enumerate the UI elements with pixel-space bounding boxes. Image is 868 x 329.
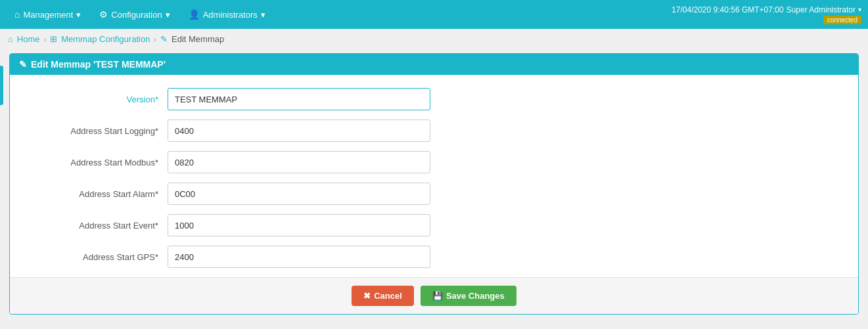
edit-icon: ✎ bbox=[160, 34, 168, 44]
breadcrumb-sep-1: › bbox=[44, 35, 47, 43]
form-row-addr-modbus: Address Start Modbus* bbox=[23, 151, 845, 173]
chevron-down-icon: ▾ bbox=[166, 10, 170, 20]
save-button[interactable]: 💾 Save Changes bbox=[421, 286, 516, 306]
user-info: 17/04/2020 9:40:56 GMT+07:00 Super Admin… bbox=[672, 5, 861, 14]
version-input[interactable] bbox=[168, 88, 430, 110]
connected-badge: connected bbox=[823, 16, 861, 24]
home-icon: ⌂ bbox=[8, 34, 13, 44]
addr-gps-input[interactable] bbox=[168, 246, 430, 268]
cancel-button[interactable]: ✖ Cancel bbox=[352, 286, 414, 306]
edit-icon: ✎ bbox=[19, 59, 27, 70]
card-header: ✎ Edit Memmap 'TEST MEMMAP' bbox=[10, 54, 858, 75]
breadcrumb-memmap-config[interactable]: Memmap Configuration bbox=[61, 34, 150, 44]
addr-event-label: Address Start Event* bbox=[23, 221, 168, 230]
addr-alarm-label: Address Start Alarm* bbox=[23, 189, 168, 199]
addr-gps-label: Address Start GPS* bbox=[23, 252, 168, 262]
nav-configuration[interactable]: ⚙ Configuration ▾ bbox=[91, 5, 177, 24]
form-row-addr-gps: Address Start GPS* bbox=[23, 246, 845, 268]
addr-event-input[interactable] bbox=[168, 214, 430, 236]
addr-modbus-input[interactable] bbox=[168, 151, 430, 173]
breadcrumb-sep-2: › bbox=[154, 35, 156, 43]
nav-management[interactable]: ⌂ Management ▾ bbox=[7, 5, 89, 24]
home-icon: ⌂ bbox=[14, 9, 20, 20]
breadcrumb: ⌂ Home › ⊞ Memmap Configuration › ✎ Edit… bbox=[0, 29, 868, 49]
main-card: ✎ Edit Memmap 'TEST MEMMAP' Version* Add… bbox=[9, 53, 859, 315]
datetime: 17/04/2020 9:40:56 GMT+07:00 bbox=[672, 5, 783, 14]
config-icon: ⚙ bbox=[99, 9, 108, 20]
breadcrumb-home[interactable]: Home bbox=[17, 34, 40, 44]
navbar: ⌂ Management ▾ ⚙ Configuration ▾ 👤 Admin… bbox=[0, 0, 868, 29]
addr-modbus-label: Address Start Modbus* bbox=[23, 158, 168, 167]
navbar-right: 17/04/2020 9:40:56 GMT+07:00 Super Admin… bbox=[672, 5, 861, 24]
form-row-addr-event: Address Start Event* bbox=[23, 214, 845, 236]
memmap-config-icon: ⊞ bbox=[50, 34, 57, 44]
addr-logging-input[interactable] bbox=[168, 120, 430, 142]
card-body: Version* Address Start Logging* Address … bbox=[10, 75, 858, 268]
navbar-left: ⌂ Management ▾ ⚙ Configuration ▾ 👤 Admin… bbox=[7, 5, 273, 24]
user-label: Super Administrator bbox=[787, 5, 856, 14]
card-footer: ✖ Cancel 💾 Save Changes bbox=[10, 277, 858, 314]
breadcrumb-current: Edit Memmap bbox=[171, 34, 224, 44]
addr-alarm-input[interactable] bbox=[168, 183, 430, 205]
side-accent bbox=[0, 66, 3, 105]
cancel-icon: ✖ bbox=[363, 291, 371, 301]
chevron-down-icon: ▾ bbox=[76, 10, 81, 20]
save-icon: 💾 bbox=[432, 291, 443, 301]
addr-logging-label: Address Start Logging* bbox=[23, 126, 168, 136]
version-label: Version* bbox=[23, 95, 168, 104]
nav-administrators[interactable]: 👤 Administrators ▾ bbox=[181, 5, 273, 24]
chevron-down-icon: ▾ bbox=[261, 10, 265, 20]
admin-icon: 👤 bbox=[189, 9, 200, 20]
form-row-addr-logging: Address Start Logging* bbox=[23, 120, 845, 142]
chevron-down-icon: ▾ bbox=[858, 6, 861, 13]
form-row-addr-alarm: Address Start Alarm* bbox=[23, 183, 845, 205]
form-row-version: Version* bbox=[23, 88, 845, 110]
